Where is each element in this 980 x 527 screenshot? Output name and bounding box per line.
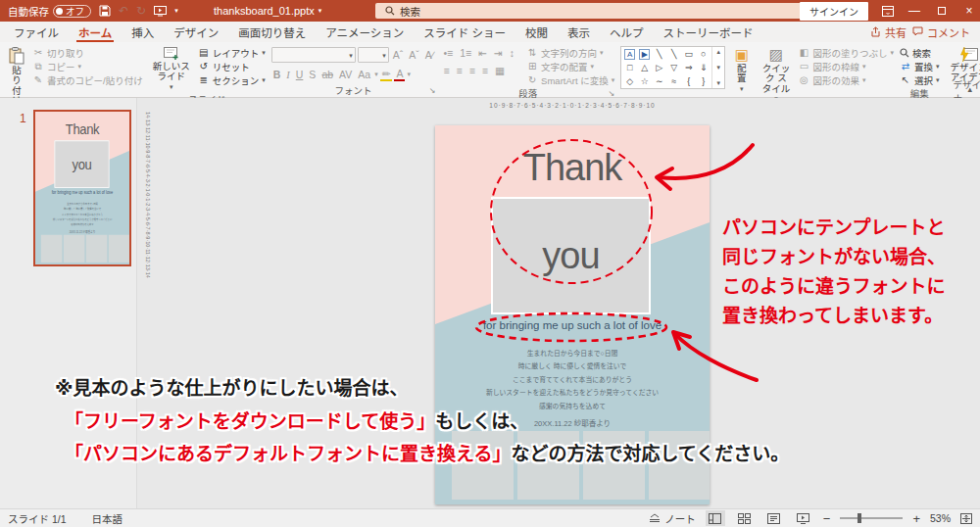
- tab-animations[interactable]: アニメーション: [316, 22, 414, 42]
- shape-icon[interactable]: ≈: [671, 76, 676, 86]
- shape-icon[interactable]: ▽: [670, 63, 677, 72]
- shape-icon[interactable]: ∼: [656, 76, 663, 86]
- gallery-up-icon[interactable]: ▲: [715, 49, 721, 55]
- slide-title-top[interactable]: Thank: [435, 147, 710, 189]
- collapse-ribbon-icon[interactable]: ▴: [967, 84, 972, 94]
- replace-button[interactable]: ⇄置換▾: [900, 60, 940, 72]
- cut-button[interactable]: ✂切り取り: [32, 46, 143, 59]
- italic-button[interactable]: I: [284, 70, 292, 80]
- new-slide-button[interactable]: 新しいスライド ▾: [149, 46, 194, 92]
- shape-icon[interactable]: ╲: [671, 49, 676, 59]
- decrease-indent-button[interactable]: ⇤: [476, 47, 489, 59]
- shape-icon[interactable]: ☆: [641, 76, 649, 86]
- reset-button[interactable]: ↺リセット: [198, 60, 266, 72]
- strikethrough-button[interactable]: ab: [319, 69, 335, 80]
- tab-design[interactable]: デザイン: [164, 22, 228, 42]
- close-button[interactable]: ×: [962, 4, 976, 18]
- document-title[interactable]: thanksboard_01.pptx ▾: [214, 0, 321, 22]
- shape-icon[interactable]: ▷: [656, 63, 662, 72]
- slide-canvas[interactable]: Thank you for bringing me up such a lot …: [435, 125, 710, 504]
- numbering-button[interactable]: 1≡: [458, 47, 473, 59]
- save-icon[interactable]: [99, 5, 111, 17]
- slideshow-view-button[interactable]: [794, 510, 813, 526]
- shape-icon[interactable]: ⇒: [685, 63, 693, 72]
- horizontal-ruler[interactable]: 10·9·8·7·6·5·4·3·2·1·0·1·2·3·4·5·6·7·8·9…: [435, 102, 710, 109]
- shape-icon[interactable]: {: [687, 76, 690, 86]
- layout-button[interactable]: ▤レイアウト▾: [198, 46, 266, 59]
- zoom-slider[interactable]: [840, 517, 903, 519]
- tab-slideshow[interactable]: スライド ショー: [414, 22, 515, 42]
- photo-square[interactable]: [583, 431, 645, 500]
- arrange-button[interactable]: ▣ 配置 ▾: [729, 46, 754, 94]
- reading-view-button[interactable]: [764, 510, 784, 526]
- text-shadow-button[interactable]: S: [307, 69, 318, 80]
- slide-sorter-view-button[interactable]: [735, 510, 755, 526]
- ribbon-display-options-icon[interactable]: [882, 6, 894, 17]
- shape-fill-button[interactable]: ◧図形の塗りつぶし▾: [798, 46, 894, 59]
- comment-button[interactable]: コメント: [912, 24, 970, 40]
- format-painter-button[interactable]: ✎書式のコピー/貼り付け: [32, 73, 143, 86]
- tab-insert[interactable]: 挿入: [122, 22, 164, 42]
- paragraph-launcher[interactable]: ↘: [609, 89, 615, 98]
- tab-review[interactable]: 校閲: [515, 22, 558, 42]
- font-color-button[interactable]: A: [394, 68, 405, 81]
- smartart-button[interactable]: ↻SmartArt に変換▾: [526, 73, 614, 86]
- vertical-ruler[interactable]: 14·13·12·11·10·9·8·7·6·5·4·3·2·1·0·1·2·3…: [145, 112, 151, 496]
- tab-help[interactable]: ヘルプ: [600, 22, 654, 42]
- restore-button[interactable]: [935, 4, 949, 18]
- select-button[interactable]: ↖選択▾: [900, 73, 940, 86]
- search-input[interactable]: 検索: [375, 3, 856, 19]
- change-case-button[interactable]: Aa: [356, 69, 372, 80]
- shape-icon[interactable]: □: [627, 63, 632, 72]
- align-right-button[interactable]: ≡: [467, 65, 477, 76]
- share-button[interactable]: 共有: [870, 24, 906, 40]
- qat-customize-icon[interactable]: ▾: [174, 0, 178, 22]
- slide-message[interactable]: 生まれた日から今日まで○日間 時に厳しく 時に優しく愛情を注いで ここまで育てて…: [435, 347, 710, 412]
- increase-font-button[interactable]: Aˆ: [391, 49, 406, 61]
- clear-formatting-button[interactable]: A∕: [423, 49, 436, 61]
- shape-gallery[interactable]: A ▶ ╲ ╲ ▭ ○ □ △ ▷ ▽ ⇒ ⇓ ◇ ☆ ∼: [620, 46, 725, 89]
- autosave-toggle[interactable]: 自動保存 オフ: [8, 4, 91, 19]
- gallery-down-icon[interactable]: ▼: [715, 65, 721, 71]
- zoom-slider-thumb[interactable]: [858, 513, 861, 523]
- line-spacing-button[interactable]: ↕: [508, 47, 516, 59]
- copy-button[interactable]: ⧉コピー▾: [32, 60, 143, 72]
- slide-photo-strip[interactable]: [452, 431, 710, 500]
- shape-icon[interactable]: ▶: [639, 49, 650, 60]
- shape-icon[interactable]: A: [624, 49, 635, 60]
- minimize-button[interactable]: —: [907, 4, 921, 18]
- zoom-in-button[interactable]: +: [912, 511, 920, 526]
- slide-photo-placeholder[interactable]: you: [491, 197, 651, 314]
- columns-button[interactable]: ▦: [493, 65, 507, 76]
- shape-icon[interactable]: ⇓: [700, 63, 708, 72]
- shape-outline-button[interactable]: ▭図形の枠線▾: [798, 60, 894, 72]
- quick-styles-button[interactable]: ▨ クイック スタイル ▾: [758, 46, 794, 104]
- find-button[interactable]: 検索: [900, 46, 940, 59]
- tab-home[interactable]: ホーム: [69, 22, 122, 42]
- gallery-more-icon[interactable]: ▼: [715, 80, 721, 86]
- bullets-button[interactable]: •≡: [441, 47, 455, 59]
- undo-icon[interactable]: ↶: [119, 0, 128, 22]
- shape-icon[interactable]: △: [641, 63, 648, 72]
- tab-storyboard[interactable]: ストーリーボード: [653, 22, 762, 42]
- notes-toggle[interactable]: ノート: [649, 511, 696, 526]
- text-direction-button[interactable]: ⇅文字列の方向▾: [526, 46, 614, 59]
- increase-indent-button[interactable]: ⇥: [492, 47, 505, 59]
- normal-view-button[interactable]: [706, 510, 725, 526]
- shape-icon[interactable]: }: [702, 76, 705, 86]
- shape-icon[interactable]: ○: [701, 49, 706, 59]
- decrease-font-button[interactable]: Aˇ: [407, 49, 421, 61]
- slide-date[interactable]: 20XX.11.22 紗耶香より: [435, 417, 710, 428]
- signin-button[interactable]: サインイン: [800, 2, 868, 21]
- align-text-button[interactable]: ⊞文字の配置▾: [526, 60, 614, 72]
- photo-square[interactable]: [452, 431, 514, 500]
- bold-button[interactable]: B: [271, 69, 283, 80]
- font-launcher[interactable]: ↘: [429, 86, 436, 95]
- zoom-out-button[interactable]: −: [823, 511, 831, 526]
- underline-button[interactable]: U: [294, 69, 306, 80]
- shape-icon[interactable]: ▭: [684, 49, 693, 59]
- language-indicator[interactable]: 日本語: [92, 511, 123, 526]
- tab-view[interactable]: 表示: [558, 22, 600, 42]
- shape-effects-button[interactable]: ◎図形の効果▾: [798, 73, 894, 86]
- align-left-button[interactable]: ≡: [441, 65, 451, 76]
